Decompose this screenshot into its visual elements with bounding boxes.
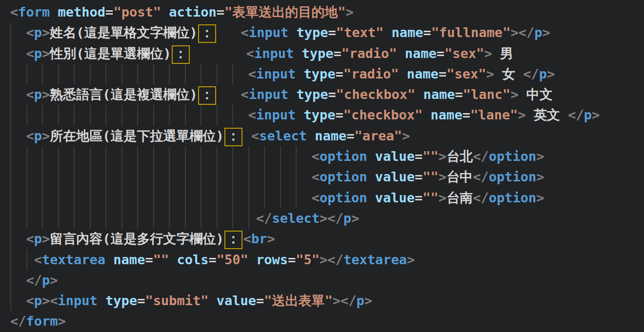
code-token-punctuation-bracket: <: [243, 231, 251, 246]
code-token-attribute-name: name: [392, 25, 423, 40]
code-token-plain-text: [191, 46, 246, 61]
code-line-1[interactable]: <form method="post" action="表單送出的目的地">: [10, 2, 644, 22]
code-token-tag-name: form: [18, 4, 50, 20]
code-token-punctuation-bracket: <: [241, 87, 249, 102]
code-token-tag-name: input: [249, 87, 288, 102]
code-token-plain-text: 英文: [526, 107, 568, 122]
indent-guides: [10, 43, 26, 64]
code-token-attribute-name: name: [431, 107, 463, 122]
code-token-equals-sign: =: [455, 87, 463, 102]
code-token-punctuation-bracket: >: [510, 87, 518, 102]
code-line-7[interactable]: <p>所在地區(這是下拉選單欄位)： <select name="area">: [10, 126, 644, 146]
indent-guides: [10, 188, 312, 208]
code-token-string-value: "lane": [470, 107, 518, 122]
code-line-5[interactable]: <p>熟悉語言(這是複選欄位)： <input type="checkbox" …: [10, 84, 644, 105]
code-token-equals-sign: =: [346, 128, 354, 143]
code-token-plain-text: 台北: [446, 149, 473, 164]
code-token-string-value: "sex": [446, 66, 486, 81]
code-token-punctuation-bracket: ></: [320, 211, 343, 226]
code-token-tag-name: p: [34, 25, 42, 40]
indent-guides: [10, 208, 256, 229]
indent-guides: [10, 167, 312, 187]
code-token-attribute-name: type: [105, 293, 137, 308]
code-token-plain-text: 姓名(這是單格文字欄位): [50, 25, 198, 40]
code-token-plain-text: [423, 107, 430, 122]
code-token-string-value: "text": [336, 25, 384, 40]
code-line-15[interactable]: <p><input type="submit" value="送出表單"></p…: [10, 291, 644, 311]
code-token-plain-text: [105, 252, 113, 267]
code-token-tag-name: p: [34, 87, 42, 102]
code-token-punctuation-bracket: <: [312, 169, 320, 184]
code-token-plain-text: 性別(這是單選欄位): [50, 46, 171, 61]
code-token-equals-sign: =: [145, 252, 153, 267]
code-token-attribute-name: type: [296, 87, 328, 102]
code-line-4[interactable]: <input type="radio" name="sex"> 女 </p>: [10, 64, 644, 84]
code-token-equals-sign: =: [333, 46, 341, 61]
code-token-punctuation-bracket: <: [241, 25, 249, 40]
code-token-string-value: "送出表單": [264, 293, 333, 308]
code-token-tag-name: textarea: [343, 252, 407, 267]
code-token-punctuation-bracket: </: [473, 169, 489, 184]
code-token-plain-text: [50, 4, 58, 20]
code-token-equals-sign: =: [256, 293, 264, 308]
code-line-12[interactable]: <p>留言內容(這是多行文字欄位)：<br>: [10, 229, 644, 249]
code-line-6[interactable]: <input type="checkbox" name="lane"> 英文 <…: [10, 105, 644, 125]
code-token-punctuation-bracket: </: [256, 211, 272, 226]
code-line-9[interactable]: <option value="">台中</option>: [10, 167, 644, 187]
indent-guides: [10, 270, 26, 291]
code-token-punctuation-bracket: </: [523, 66, 539, 81]
code-token-punctuation-bracket: ></: [333, 293, 357, 308]
code-token-punctuation-bracket: >: [42, 25, 50, 40]
code-token-punctuation-bracket: >: [536, 190, 544, 205]
code-token-tag-name: input: [249, 25, 288, 40]
code-token-tag-name: form: [26, 313, 58, 329]
code-token-tag-name: option: [489, 190, 537, 205]
code-token-tag-name: option: [320, 169, 367, 184]
code-token-plain-text: [169, 252, 177, 267]
code-token-string-value: "fullname": [431, 25, 511, 40]
code-token-punctuation-bracket: </: [568, 107, 584, 122]
code-token-attribute-name: method: [58, 4, 106, 20]
code-token-string-value: "表單送出的目的地": [224, 4, 346, 20]
code-token-attribute-name: rows: [256, 252, 288, 267]
code-token-tag-name: input: [256, 107, 296, 122]
code-line-16[interactable]: </form>: [10, 311, 644, 332]
code-token-punctuation-bracket: >: [592, 107, 600, 122]
code-token-punctuation-bracket: >: [42, 46, 50, 61]
code-token-string-value: "lanc": [463, 87, 511, 102]
indent-guides: [10, 22, 26, 43]
code-line-2[interactable]: <p>姓名(這是單格文字欄位)： <input type="text" name…: [10, 22, 644, 43]
code-token-string-value: "5": [296, 252, 320, 267]
code-token-punctuation-bracket: >: [542, 25, 550, 40]
code-line-8[interactable]: <option value="">台北</option>: [10, 146, 644, 167]
code-token-punctuation-bracket: >: [536, 169, 544, 184]
code-token-punctuation-bracket: <: [26, 87, 34, 102]
code-token-punctuation-bracket: <: [34, 252, 42, 267]
code-token-plain-text: [296, 66, 303, 81]
code-token-tag-name: p: [539, 66, 547, 81]
code-token-plain-text: [399, 66, 407, 81]
code-token-equals-sign: =: [328, 87, 336, 102]
code-token-punctuation-bracket: >: [486, 66, 494, 81]
code-token-plain-text: [217, 87, 241, 102]
code-editor[interactable]: <form method="post" action="表單送出的目的地"> <…: [0, 0, 644, 332]
code-token-plain-text: 台中: [446, 169, 473, 184]
code-token-attribute-name: type: [303, 66, 335, 81]
code-token-plain-text: 台南: [446, 190, 473, 205]
code-token-punctuation-bracket: <: [246, 46, 254, 61]
code-token-punctuation-bracket: <: [312, 190, 320, 205]
code-token-punctuation-bracket: >: [536, 149, 544, 164]
code-line-11[interactable]: </select></p>: [10, 208, 644, 229]
code-line-13[interactable]: <textarea name="" cols="50" rows="5"></t…: [10, 250, 644, 270]
code-line-10[interactable]: <option value="">台南</option>: [10, 188, 644, 208]
code-token-string-value: "post": [113, 4, 161, 20]
code-token-plain-text: 女: [494, 66, 523, 81]
code-token-plain-text: 所在地區(這是下拉選單欄位): [50, 128, 224, 143]
code-line-3[interactable]: <p>性別(這是單選欄位)： <input type="radio" name=…: [10, 43, 644, 64]
code-token-plain-text: [367, 149, 375, 164]
code-line-14[interactable]: </p>: [10, 270, 644, 291]
code-token-attribute-name: name: [315, 128, 346, 143]
code-token-string-value: "radio": [343, 66, 399, 81]
code-token-equals-sign: =: [439, 66, 446, 81]
indent-guides: [10, 229, 26, 249]
